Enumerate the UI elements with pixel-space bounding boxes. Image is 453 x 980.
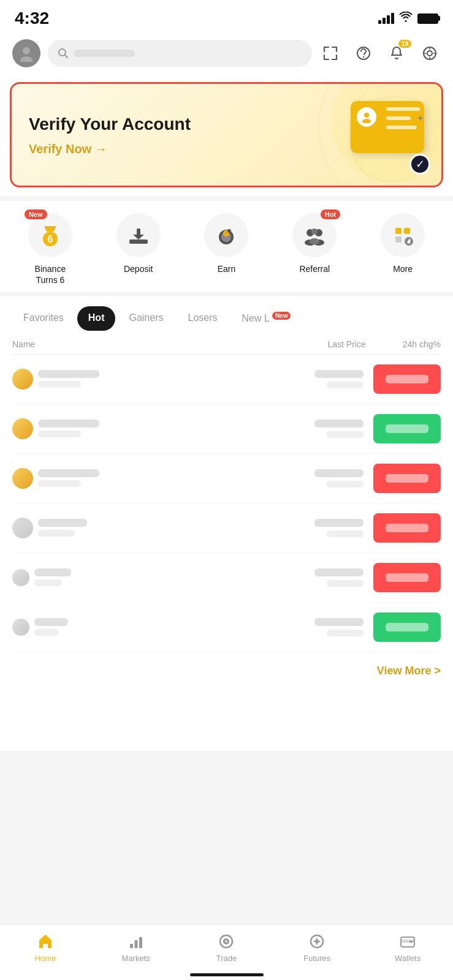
nav-label-trade: Trade [216,954,237,963]
quick-actions: New 6 BinanceTurns 6 Deposit [0,201,453,292]
expand-button[interactable] [319,42,341,64]
svg-point-22 [311,228,318,235]
change-col [373,464,441,493]
new-badge: New [25,209,47,219]
action-label-earn: Earn [218,263,236,274]
battery-icon [417,13,438,24]
price-col [314,420,364,438]
nav-item-markets[interactable]: Markets [105,932,167,963]
action-icon-deposit [116,213,161,257]
home-indicator [190,973,264,976]
table-row[interactable] [12,404,441,454]
sparkle-icon-2: ✦ [417,113,424,123]
col-name: Name [12,339,35,349]
svg-point-16 [224,232,228,235]
market-name-col [12,468,314,489]
verify-link[interactable]: Verify Now → [29,142,191,156]
change-col [373,364,441,394]
checkmark-icon: ✓ [409,154,430,175]
market-section: Favorites Hot Gainers Losers New LNew Na… [0,296,453,750]
price-col [314,618,364,636]
change-col [373,414,441,443]
hot-badge: Hot [321,209,340,219]
change-col [373,612,441,642]
search-placeholder [74,50,135,57]
col-last-price: Last Price [327,339,365,349]
view-more-section: View More > [0,652,453,690]
price-col [314,568,364,587]
table-row[interactable] [12,603,441,652]
coin-icon [12,418,33,439]
nav-item-futures[interactable]: Futures [286,932,348,963]
view-more-button[interactable]: View More > [377,665,441,677]
change-col [373,563,441,592]
market-tabs: Favorites Hot Gainers Losers New LNew [0,296,453,330]
market-name-col [12,369,314,390]
market-name-col [12,418,314,439]
action-label-referral: Referral [299,263,330,274]
action-earn[interactable]: Earn [192,213,260,274]
search-bar[interactable] [48,40,312,67]
tab-hot[interactable]: Hot [77,306,116,330]
price-col [314,469,364,488]
markets-icon [127,932,145,951]
action-more[interactable]: More [369,213,436,274]
top-nav: 19 [0,33,453,74]
status-icons [378,12,438,26]
market-header: Name Last Price 24h chg% [12,331,441,355]
coin-icon [12,619,29,636]
id-card [351,101,424,153]
action-icon-more [381,213,425,257]
wallet-nav-button[interactable] [419,42,441,64]
status-bar: 4:32 [0,0,453,33]
wallets-icon [398,932,417,951]
home-icon [36,932,55,951]
svg-point-23 [310,238,319,244]
nav-item-home[interactable]: Home [15,932,76,963]
banner-text: Verify Your Account Verify Now → [29,113,191,156]
support-button[interactable] [352,42,375,64]
tab-new[interactable]: New LNew [231,306,302,330]
action-icon-referral: Hot [292,213,337,257]
market-name-col [12,518,314,538]
hero-banner[interactable]: Verify Your Account Verify Now → ✦ [10,82,443,187]
nav-item-wallets[interactable]: Wallets [377,932,438,963]
action-binance6[interactable]: New 6 BinanceTurns 6 [17,213,84,285]
change-col [373,513,441,543]
table-row[interactable] [12,553,441,603]
tab-losers[interactable]: Losers [177,306,228,330]
price-col [314,519,364,537]
table-row[interactable] [12,355,441,404]
signal-icon [378,13,394,24]
nav-label-wallets: Wallets [395,954,421,963]
nav-label-home: Home [35,954,56,963]
svg-rect-25 [404,228,410,234]
action-icon-binance6: New 6 [28,213,72,257]
coin-icon [12,468,33,489]
banner-image: ✦ ✓ ✦ [338,101,424,168]
action-referral[interactable]: Hot Referral [281,213,348,274]
coin-icon [12,518,33,538]
nav-item-trade[interactable]: Trade [196,932,257,963]
svg-rect-26 [395,236,402,243]
notifications-button[interactable]: 19 [386,42,408,64]
trade-icon [217,932,235,951]
svg-point-6 [427,51,432,56]
table-row[interactable] [12,454,441,503]
svg-rect-28 [130,944,133,948]
table-row[interactable] [12,503,441,553]
futures-icon [308,932,326,951]
bottom-nav: Home Markets Trade [0,924,453,980]
price-col [314,370,364,388]
tab-gainers[interactable]: Gainers [118,306,174,330]
avatar[interactable] [12,39,40,67]
svg-rect-24 [395,228,402,234]
action-deposit[interactable]: Deposit [105,213,172,274]
nav-label-markets: Markets [122,954,150,963]
svg-point-35 [315,940,319,943]
svg-point-4 [363,56,364,58]
market-name-col [12,618,314,636]
coin-icon [12,569,29,586]
tab-favorites[interactable]: Favorites [12,306,75,330]
svg-rect-11 [129,239,148,244]
